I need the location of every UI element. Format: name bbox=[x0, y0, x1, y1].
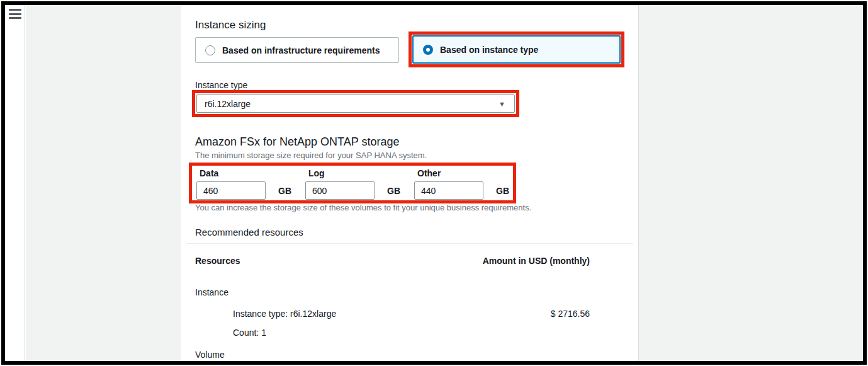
section-divider bbox=[186, 243, 633, 244]
hamburger-menu-icon[interactable] bbox=[9, 9, 21, 19]
annotation-box-instance-type-option: Based on instance type bbox=[409, 31, 624, 67]
instance-type-row-amount: $ 2716.56 bbox=[551, 309, 590, 319]
instance-type-row-label: Instance type: r6i.12xlarge bbox=[233, 309, 336, 319]
other-unit-label: GB bbox=[496, 186, 509, 196]
resources-column-header: Resources bbox=[195, 256, 240, 266]
count-row-label: Count: 1 bbox=[233, 328, 266, 338]
table-row: Count: 1 bbox=[195, 328, 624, 338]
instance-type-label: Instance type bbox=[195, 80, 624, 90]
recommended-resources-heading: Recommended resources bbox=[195, 227, 624, 238]
log-size-input[interactable] bbox=[305, 181, 375, 200]
data-size-input[interactable] bbox=[196, 181, 266, 200]
other-label: Other bbox=[417, 168, 509, 179]
storage-field-data: Data GB bbox=[196, 168, 291, 200]
resource-group-instance: Instance bbox=[195, 287, 624, 298]
instance-sizing-heading: Instance sizing bbox=[195, 19, 624, 31]
option-instance-type[interactable]: Based on instance type bbox=[412, 35, 621, 64]
fsx-storage-heading: Amazon FSx for NetApp ONTAP storage bbox=[195, 135, 624, 149]
amount-column-header: Amount in USD (monthly) bbox=[483, 256, 590, 266]
main-content: Instance sizing Based on infrastructure … bbox=[181, 5, 638, 361]
radio-unselected-icon[interactable] bbox=[205, 45, 215, 55]
instance-type-dropdown[interactable]: r6i.12xlarge ▼ bbox=[196, 94, 515, 113]
data-label: Data bbox=[200, 168, 291, 179]
option-infrastructure-requirements[interactable]: Based on infrastructure requirements bbox=[195, 37, 399, 63]
option-label: Based on instance type bbox=[440, 45, 538, 55]
other-size-input[interactable] bbox=[414, 181, 483, 200]
table-row: Instance type: r6i.12xlarge $ 2716.56 bbox=[195, 309, 624, 319]
option-label: Based on infrastructure requirements bbox=[222, 45, 380, 55]
log-unit-label: GB bbox=[387, 186, 400, 196]
data-unit-label: GB bbox=[278, 186, 291, 196]
storage-field-other: Other GB bbox=[414, 168, 509, 200]
instance-sizing-options: Based on infrastructure requirements Bas… bbox=[195, 31, 624, 67]
right-side-panel bbox=[638, 5, 863, 361]
log-label: Log bbox=[308, 168, 400, 179]
chevron-down-icon[interactable]: ▼ bbox=[499, 100, 505, 108]
instance-type-value: r6i.12xlarge bbox=[205, 99, 251, 109]
storage-note: You can increase the storage size of the… bbox=[195, 203, 624, 213]
screenshot-root: Instance sizing Based on infrastructure … bbox=[0, 0, 868, 366]
radio-selected-icon[interactable] bbox=[423, 45, 433, 55]
left-side-panel bbox=[26, 5, 181, 361]
nav-strip bbox=[5, 5, 25, 361]
resources-table-header: Resources Amount in USD (monthly) bbox=[195, 256, 624, 266]
annotation-box-instance-type-dropdown: r6i.12xlarge ▼ bbox=[192, 90, 519, 117]
storage-field-log: Log GB bbox=[305, 168, 400, 200]
annotation-box-storage-fields: Data GB Log GB Other GB bbox=[189, 163, 516, 203]
fsx-storage-description: The minimum storage size required for yo… bbox=[195, 151, 624, 161]
resource-group-volume: Volume bbox=[195, 350, 624, 360]
